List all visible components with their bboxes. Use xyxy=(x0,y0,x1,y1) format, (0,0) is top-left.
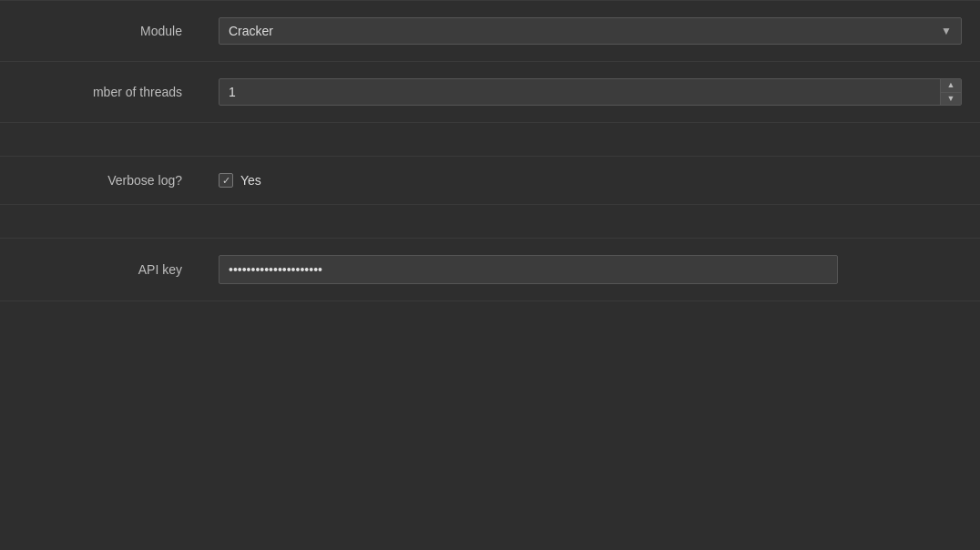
threads-label: mber of threads xyxy=(93,85,182,99)
spacer-row xyxy=(0,123,980,157)
form-table: Module Cracker ▼ mber of threads ▲ xyxy=(0,0,980,320)
verbose-checkbox-label: Yes xyxy=(240,173,261,188)
verbose-checkbox[interactable]: ✓ xyxy=(219,173,233,188)
spin-up-icon: ▲ xyxy=(947,81,955,89)
dropdown-arrow-icon: ▼ xyxy=(941,25,952,37)
threads-spinbox: ▲ ▼ xyxy=(219,78,962,106)
verbose-checkbox-container: ✓ Yes xyxy=(219,173,962,188)
spin-down-icon: ▼ xyxy=(947,95,955,103)
verbose-label: Verbose log? xyxy=(107,173,182,188)
apikey-row: API key xyxy=(0,239,980,301)
spinbox-buttons: ▲ ▼ xyxy=(940,79,961,105)
spin-down-button[interactable]: ▼ xyxy=(941,93,961,106)
threads-input[interactable] xyxy=(219,79,940,105)
settings-panel: Module Cracker ▼ mber of threads ▲ xyxy=(0,0,980,550)
module-label: Module xyxy=(140,24,182,38)
module-dropdown-value: Cracker xyxy=(229,24,934,38)
verbose-row: Verbose log? ✓ Yes xyxy=(0,157,980,205)
threads-row: mber of threads ▲ ▼ xyxy=(0,62,980,123)
spacer-row-2 xyxy=(0,205,980,239)
apikey-label: API key xyxy=(138,262,182,277)
module-dropdown[interactable]: Cracker ▼ xyxy=(219,17,962,45)
bottom-spacer xyxy=(0,301,980,320)
checkmark-icon: ✓ xyxy=(222,175,230,187)
apikey-input[interactable] xyxy=(219,255,838,284)
spin-up-button[interactable]: ▲ xyxy=(941,79,961,93)
module-row: Module Cracker ▼ xyxy=(0,1,980,62)
